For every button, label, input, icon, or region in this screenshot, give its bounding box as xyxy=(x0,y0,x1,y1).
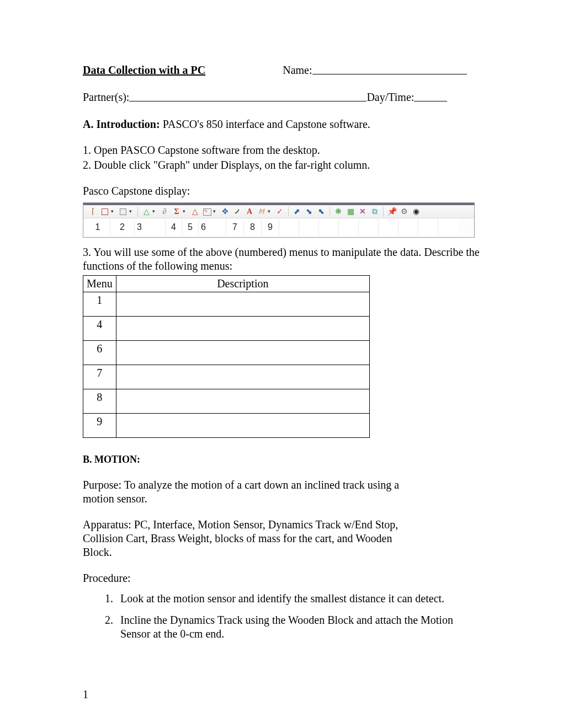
name-blank[interactable] xyxy=(312,63,467,74)
procedure-text: Incline the Dynamics Track using the Woo… xyxy=(120,613,480,641)
derivative-icon[interactable]: ∂ xyxy=(160,207,169,217)
procedure-item-2: 2. Incline the Dynamics Track using the … xyxy=(105,613,480,641)
daytime-label: Day/Time: xyxy=(367,90,414,104)
toolbar-cell-empty xyxy=(358,220,378,235)
table-header-menu: Menu xyxy=(83,276,116,292)
toolbar-num-6: 6 xyxy=(198,220,226,235)
toolbar-num-1: 1 xyxy=(86,220,110,235)
table-row-desc[interactable] xyxy=(116,317,369,341)
table-row-desc[interactable] xyxy=(116,341,369,365)
triangle-icon[interactable]: △ xyxy=(141,207,151,217)
toolbar-num-2: 2 xyxy=(110,220,134,235)
rescale-icon[interactable] xyxy=(100,207,110,217)
apparatus-text: Apparatus: PC, Interface, Motion Sensor,… xyxy=(83,518,414,559)
toolbar-num-4: 4 xyxy=(165,220,182,235)
toolbar-icon-row: ⌈ ▾ ▾ △ ▾ ∂ Σ ▾ △ ∿ ▾ ✥ ⟋ A 𝘔 ▾ ✓ ⬈ ⬊ ⬉ … xyxy=(83,205,474,218)
procedure-text: Look at the motion sensor and identify t… xyxy=(120,592,444,606)
procedure-num: 2. xyxy=(105,613,120,641)
toolbar-cell-empty xyxy=(418,220,438,235)
toolbar-num-9: 9 xyxy=(261,220,279,235)
zoom-icon[interactable]: ▦ xyxy=(346,207,355,217)
table-row-menu: 7 xyxy=(83,365,116,389)
table-header-description: Description xyxy=(116,276,369,292)
section-b-heading: B. MOTION: xyxy=(83,453,480,466)
table-row-desc[interactable] xyxy=(116,389,369,414)
step-2: 2. Double click "Graph" under Displays, … xyxy=(83,158,480,172)
procedure-label: Procedure: xyxy=(83,571,480,585)
dropdown-icon[interactable]: ▾ xyxy=(129,208,134,215)
slope-tool-icon[interactable]: ⟋ xyxy=(232,207,242,217)
toolbar-cell-empty xyxy=(318,220,338,235)
sigma-icon[interactable]: Σ xyxy=(172,207,182,217)
partner-blank[interactable] xyxy=(129,90,367,101)
table-row-desc[interactable] xyxy=(116,292,369,317)
menu-description-table: Menu Description 1 4 6 7 8 9 xyxy=(83,275,370,438)
toolbar-num-8: 8 xyxy=(243,220,261,235)
toolbar-cell-empty xyxy=(438,220,458,235)
eye-icon[interactable]: ◉ xyxy=(411,207,421,217)
page-number: 1 xyxy=(83,688,88,702)
copy-icon[interactable]: ⧉ xyxy=(370,207,380,217)
toolbar-cell-empty xyxy=(398,220,418,235)
daytime-blank[interactable] xyxy=(414,90,447,101)
toolbar-num-5: 5 xyxy=(182,220,198,235)
name-label: Name: xyxy=(283,63,312,77)
table-row-menu: 6 xyxy=(83,341,116,365)
dropdown-icon[interactable]: ▾ xyxy=(111,208,115,215)
remove-plot-icon[interactable]: ⬊ xyxy=(304,207,314,217)
toolbar-num-7: 7 xyxy=(226,220,243,235)
toolbar-cell-empty xyxy=(279,220,299,235)
table-row-menu: 8 xyxy=(83,389,116,414)
multi-y-icon[interactable]: 𝘔 xyxy=(257,207,267,217)
toolbar-num-3: 3 xyxy=(134,220,165,235)
partner-label: Partner(s): xyxy=(83,90,129,104)
fit-icon[interactable]: ∿ xyxy=(202,207,212,217)
procedure-num: 1. xyxy=(105,592,120,606)
step-3-text: 3. You will use some of the above (numbe… xyxy=(83,245,480,273)
curve-icon[interactable]: ⌈ xyxy=(88,207,98,217)
toolbar-cell-empty xyxy=(338,220,358,235)
toolbar-caption: Pasco Capstone display: xyxy=(83,184,480,198)
intro-text: PASCO's 850 interface and Capstone softw… xyxy=(160,118,370,130)
purpose-text: Purpose: To analyze the motion of a cart… xyxy=(83,478,403,506)
pin-icon[interactable]: 📌 xyxy=(387,207,397,217)
table-row-menu: 9 xyxy=(83,414,116,438)
toolbar-cell-empty xyxy=(299,220,318,235)
annotation-a-icon[interactable]: A xyxy=(245,207,254,217)
gear-icon[interactable]: ⚙ xyxy=(399,207,409,217)
table-row-desc[interactable] xyxy=(116,365,369,389)
step-1: 1. Open PASCO Capstone software from the… xyxy=(83,143,480,157)
toolbar-cell-empty xyxy=(378,220,398,235)
dropdown-icon[interactable]: ▾ xyxy=(268,208,272,215)
add-plot-icon[interactable]: ⬈ xyxy=(292,207,302,217)
check-icon[interactable]: ✓ xyxy=(275,207,285,217)
delete-icon[interactable]: ✕ xyxy=(358,207,368,217)
select-region-icon[interactable] xyxy=(118,207,128,217)
table-row-menu: 4 xyxy=(83,317,116,341)
dropdown-icon[interactable]: ▾ xyxy=(152,208,157,215)
intro-label: A. Introduction: xyxy=(83,118,160,130)
dropdown-icon[interactable]: ▾ xyxy=(183,208,187,215)
dropdown-icon[interactable]: ▾ xyxy=(213,208,217,215)
delta-icon[interactable]: △ xyxy=(190,207,200,217)
table-row-menu: 1 xyxy=(83,292,116,317)
snapshot-icon[interactable]: ❋ xyxy=(333,207,343,217)
page-title: Data Collection with a PC xyxy=(83,63,205,77)
coordinates-icon[interactable]: ✥ xyxy=(220,207,230,217)
table-row-desc[interactable] xyxy=(116,414,369,438)
add-axis-icon[interactable]: ⬉ xyxy=(316,207,326,217)
procedure-item-1: 1. Look at the motion sensor and identif… xyxy=(105,592,480,606)
capstone-toolbar: ⌈ ▾ ▾ △ ▾ ∂ Σ ▾ △ ∿ ▾ ✥ ⟋ A 𝘔 ▾ ✓ ⬈ ⬊ ⬉ … xyxy=(83,202,475,238)
toolbar-number-row: 1 2 3 4 5 6 7 8 9 xyxy=(83,218,474,237)
